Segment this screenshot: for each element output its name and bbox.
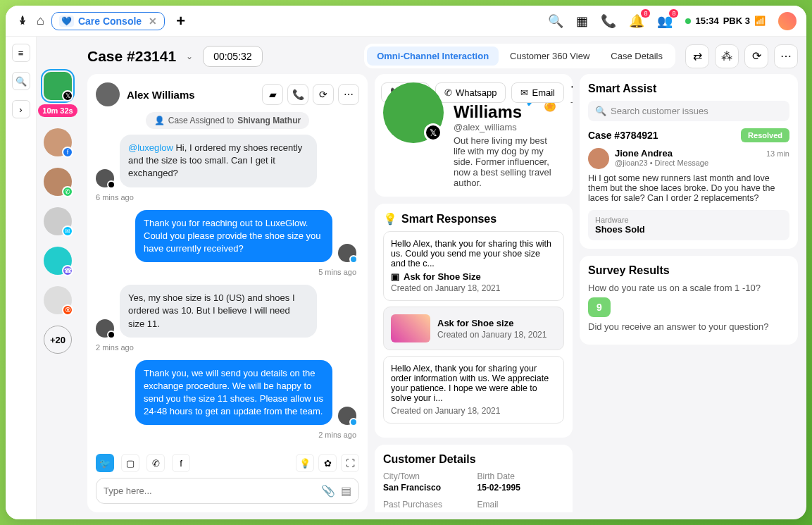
msg-avatar [96,169,114,187]
customer-name: Alex Williams [127,89,195,101]
case-title: Case #23141 [87,48,176,65]
tab-label: Care Console [78,16,142,27]
fullscreen-icon[interactable]: ⛶ [341,454,359,472]
response-item[interactable]: Ask for Shoe size Created on January 18,… [383,307,564,350]
smart-responses-panel: 💡Smart Responses Hello Alex, thank you f… [375,204,573,438]
detail-city: San Francisco [383,483,470,493]
status-badge: Resolved [741,128,789,142]
call-icon[interactable]: 📞 [287,84,308,105]
heart-icon: 💙 [59,16,74,27]
queue-item[interactable]: ✆ [44,168,72,196]
channel-sms[interactable]: ▢ [121,454,139,472]
detail-email: alex@email.com [477,511,565,512]
wifi-icon: 📶 [754,16,766,26]
user-avatar[interactable] [778,12,797,30]
assignee-name: Shivang Mathur [237,116,301,125]
tab-customer-360[interactable]: Customer 360 View [500,47,599,66]
case-assignment: 👤 Case Assigned to Shivang Mathur [146,112,309,129]
message-ts: 2 mins ago [96,431,356,439]
case-header: Case #23141 ⌄ 00:05:32 Omni-Channel Inte… [87,44,798,68]
case-queue: 𝕏 10m 32s f ✆ ✉ ☎ ⦿ +20 [37,37,79,519]
queue-item[interactable]: f [44,128,72,156]
search-icon: 🔍 [595,106,606,116]
video-icon[interactable]: ▰ [262,84,283,105]
home-icon[interactable]: ⌂ [37,13,44,28]
message-out: Thank you for reaching out to LuxeGlow. … [135,210,332,263]
assist-search[interactable]: 🔍Search customer issues [588,101,789,121]
channel-whatsapp[interactable]: ✆ [146,454,165,472]
customer-details-panel: Customer Details City/TownSan Francisco … [375,445,573,512]
message-in: Yes, my shoe size is 10 (US) and shoes I… [120,285,317,338]
whatsapp-button[interactable]: ✆ Whatsapp [435,82,506,103]
chat-panel: Alex Williams ▰ 📞 ⟳ ⋯ 👤 Case Assigned to… [87,74,368,512]
email-button[interactable]: ✉ Email [511,82,564,103]
chat-more-icon[interactable]: ⋯ [338,84,359,105]
profile-bio: Out here living my best life with my dog… [454,135,561,188]
queue-item-active[interactable]: 𝕏 [44,72,72,100]
clock-time: 15:34 [695,16,718,26]
profile-avatar: 𝕏 [383,82,444,143]
status-pill[interactable]: 15:34 PBK 3 📶 [685,16,766,26]
channel-facebook[interactable]: f [172,454,190,472]
refresh-icon[interactable]: ⟳ [744,44,768,68]
apps-icon[interactable]: ▦ [576,13,588,29]
assist-body: Hi I got some new runners last month and… [588,173,789,203]
detail-dob: 15-02-1995 [477,483,565,493]
twitter-icon: 𝕏 [424,123,442,142]
menu-icon[interactable]: ≡ [12,44,30,62]
survey-q1: How do you rate us on a scale from 1 -10… [588,283,789,293]
status-dot [685,18,691,24]
assist-case-id: Case #3784921 [588,130,658,141]
survey-panel: Survey Results How do you rate us on a s… [580,256,798,345]
bulb-icon[interactable]: 💡 [296,454,314,472]
message-out: Thank you, we will send you details on t… [135,360,332,426]
message-ts: 5 mins ago [96,268,356,276]
close-icon[interactable]: ✕ [149,16,157,27]
tab-omni-channel[interactable]: Omni-Channel Interaction [367,47,499,66]
reload-icon[interactable]: ⟳ [313,84,334,105]
detail-purchases: 16 [383,511,470,512]
tab-care-console[interactable]: 💙 Care Console ✕ [51,12,165,30]
bulb-icon: 💡 [383,212,397,226]
tab-case-details[interactable]: Case Details [601,47,673,66]
group-icon[interactable]: 👥8 [657,13,673,29]
transfer-icon[interactable]: ⇄ [685,44,709,68]
response-item[interactable]: Hello Alex, thank you for sharing this w… [383,231,564,301]
assist-time: 13 min [766,149,789,158]
magic-icon[interactable]: ⁂ [715,44,739,68]
messenger-icon: ✉ [62,226,73,237]
queue-item[interactable]: ☎ [44,247,72,275]
app-logo [15,14,30,28]
response-thumb [391,314,430,342]
more-icon[interactable]: ⋯ [774,44,798,68]
attach-icon[interactable]: 📎 [321,484,335,498]
agent-avatar [338,407,356,425]
survey-q2: Did you receive an answer to your questi… [588,321,789,332]
view-tabs: Omni-Channel Interaction Customer 360 Vi… [364,44,675,68]
chevron-down-icon[interactable]: ⌄ [186,51,193,61]
channel-twitter[interactable]: 🐦 [96,454,114,472]
queue-more-button[interactable]: +20 [44,326,72,354]
network-label: PBK 3 [723,16,750,26]
profile-card: 📞 Call ✆ Whatsapp ✉ Email 𝕏 Alex William… [375,74,573,197]
profile-handle: @alex_williams [454,122,561,132]
expand-icon[interactable]: › [12,100,30,118]
assist-user: Jione Andrea [615,148,708,159]
bell-icon[interactable]: 🔔8 [629,13,644,29]
search-icon[interactable]: 🔍 [548,13,563,29]
template-icon[interactable]: ▤ [341,484,351,498]
customer-avatar [96,82,120,106]
rail-search-icon[interactable]: 🔍 [12,72,30,90]
new-tab-button[interactable]: + [176,12,185,30]
response-item[interactable]: Hello Alex, thank you for sharing your o… [383,356,564,424]
queue-item[interactable]: ⦿ [44,286,72,314]
message-input[interactable] [104,486,316,496]
phone-icon[interactable]: 📞 [601,13,616,29]
facebook-icon: f [62,147,73,158]
viber-icon: ☎ [62,265,73,276]
elapsed-timer: 00:05:32 [203,46,263,67]
agent-avatar [338,244,356,262]
queue-item[interactable]: ✉ [44,207,72,235]
leaf-icon[interactable]: ✿ [318,454,337,472]
person-icon: 👤 [154,116,165,125]
